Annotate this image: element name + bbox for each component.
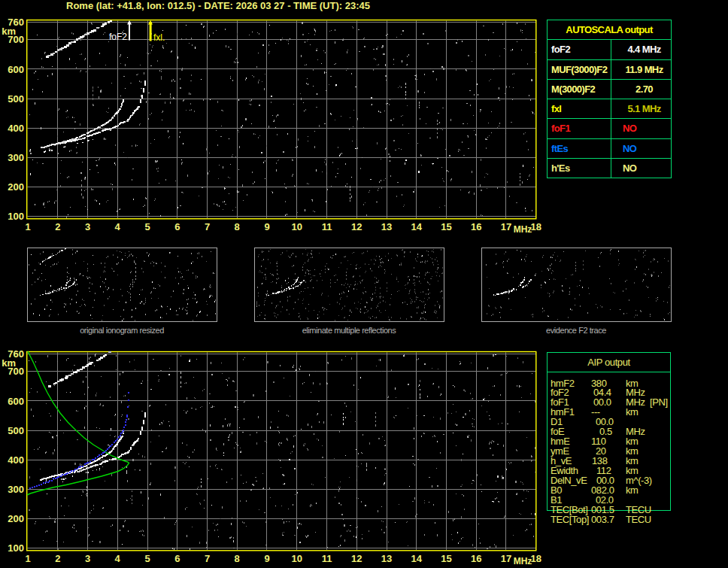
svg-text:10: 10 (292, 221, 302, 232)
svg-text:km: km (2, 357, 16, 369)
svg-text:100: 100 (8, 211, 24, 222)
svg-text:7: 7 (205, 553, 210, 564)
svg-text:14: 14 (411, 553, 423, 564)
svg-text:10: 10 (292, 553, 302, 564)
svg-text:400: 400 (8, 123, 24, 134)
svg-text:12: 12 (351, 221, 362, 232)
svg-text:16: 16 (471, 221, 481, 232)
svg-text:foF2: foF2 (109, 32, 127, 42)
svg-text:7: 7 (205, 221, 210, 232)
svg-text:16: 16 (471, 553, 481, 564)
svg-text:600: 600 (8, 64, 24, 75)
svg-text:8: 8 (235, 221, 240, 232)
svg-text:15: 15 (441, 553, 451, 564)
svg-text:1: 1 (25, 221, 30, 232)
svg-text:8: 8 (235, 553, 240, 564)
svg-text:300: 300 (8, 152, 24, 163)
svg-text:17: 17 (501, 553, 511, 564)
svg-text:3: 3 (85, 221, 90, 232)
svg-text:fxl.: fxl. (153, 32, 165, 43)
svg-text:5: 5 (144, 221, 150, 232)
svg-text:2: 2 (55, 553, 60, 564)
svg-text:6: 6 (174, 221, 180, 232)
svg-text:4: 4 (115, 221, 121, 232)
svg-text:km: km (2, 26, 16, 37)
svg-text:1: 1 (25, 553, 30, 564)
svg-text:11: 11 (322, 553, 332, 564)
svg-text:2: 2 (55, 221, 60, 232)
svg-text:15: 15 (441, 221, 451, 232)
svg-text:9: 9 (264, 221, 269, 232)
svg-text:100: 100 (8, 542, 24, 554)
svg-text:MHz: MHz (514, 556, 532, 566)
svg-text:500: 500 (8, 93, 24, 105)
svg-text:11: 11 (322, 221, 332, 232)
svg-text:500: 500 (8, 425, 24, 436)
svg-text:13: 13 (381, 553, 392, 564)
svg-text:200: 200 (8, 513, 24, 524)
svg-text:200: 200 (8, 181, 24, 193)
svg-text:600: 600 (8, 396, 24, 407)
svg-text:14: 14 (411, 221, 423, 232)
svg-text:5: 5 (144, 553, 150, 564)
svg-text:18: 18 (531, 553, 541, 564)
svg-text:6: 6 (174, 553, 180, 564)
svg-text:3: 3 (85, 553, 90, 564)
svg-text:4: 4 (115, 553, 121, 564)
svg-text:9: 9 (264, 553, 269, 564)
svg-text:MHz: MHz (514, 224, 532, 235)
svg-text:13: 13 (381, 221, 392, 232)
svg-text:300: 300 (8, 484, 24, 495)
svg-text:18: 18 (531, 221, 541, 232)
svg-text:17: 17 (501, 221, 511, 232)
svg-text:400: 400 (8, 454, 24, 466)
svg-text:12: 12 (351, 553, 362, 564)
